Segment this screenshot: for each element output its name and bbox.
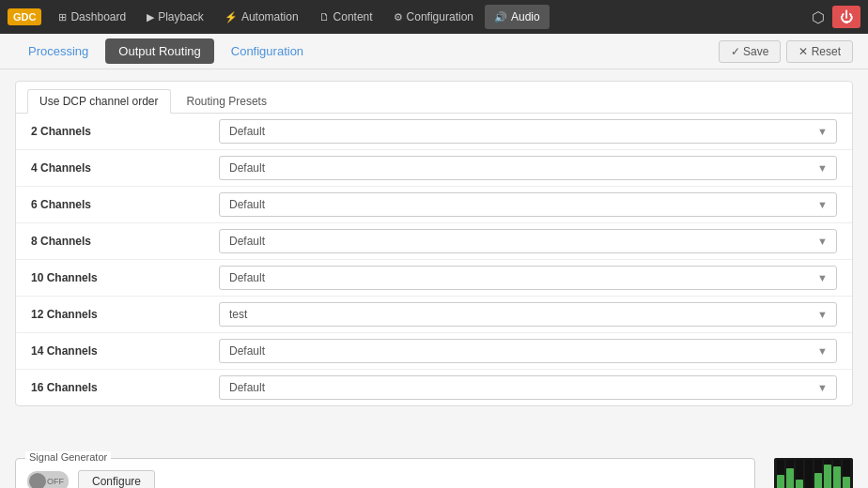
reset-button[interactable]: ✕ Reset [786,40,853,63]
vu-bar-green [814,473,822,488]
save-button[interactable]: ✓ Save [719,40,782,63]
routing-panel: Use DCP channel order Routing Presets 2 … [15,81,853,406]
signal-generator-box: Signal Generator OFF Configure [15,458,755,488]
vu-bar-dark [833,460,841,466]
vu-bar-dark [796,460,803,480]
channel-select-wrap-ch12: DefaulttestCustom 1Custom 2▼ [219,302,837,327]
vu-bar-wrap [796,460,803,488]
content-icon: 🗋 [319,11,330,23]
nav-item-automation[interactable]: ⚡ Automation [215,5,308,29]
nav-label-content: Content [333,10,373,23]
audio-icon: 🔊 [494,11,507,23]
channel-label-ch8: 8 Channels [31,235,219,248]
channel-row: 6 ChannelsDefaulttestCustom 1Custom 2▼ [16,187,852,223]
vu-bar-dark [777,460,784,475]
vu-bar-wrap [833,460,841,488]
vu-bar-dark [843,460,850,477]
nav-label-dashboard: Dashboard [70,10,126,23]
top-navigation: GDC ⊞ Dashboard ▶ Playback ⚡ Automation … [0,0,868,34]
channel-label-ch2: 2 Channels [31,125,219,138]
nav-item-audio[interactable]: 🔊 Audio [485,5,550,29]
signal-generator-title: Signal Generator [25,451,111,463]
vu-bar-green [833,466,841,488]
channel-label-ch14: 14 Channels [31,344,219,358]
vu-meter [774,458,853,488]
sub-navigation: Processing Output Routing Configuration … [0,34,868,69]
channel-select-wrap-ch8: DefaulttestCustom 1Custom 2▼ [219,229,837,253]
bottom-section: Signal Generator OFF Configure Enable Pr… [0,450,868,488]
vu-bar-wrap [814,460,822,488]
channel-row: 2 ChannelsDefaulttestCustom 1Custom 2▼ [16,114,852,150]
channel-select-ch8[interactable]: DefaulttestCustom 1Custom 2 [219,229,837,253]
subnav-output-routing[interactable]: Output Routing [105,38,213,64]
gdc-logo: GDC [8,8,41,25]
channel-select-wrap-ch4: DefaulttestCustom 1Custom 2▼ [219,156,837,180]
channel-label-ch10: 10 Channels [31,271,219,284]
channel-row: 10 ChannelsDefaulttestCustom 1Custom 2▼ [16,260,852,297]
toggle-knob [29,473,46,488]
channel-select-wrap-ch2: DefaulttestCustom 1Custom 2▼ [219,119,837,144]
nav-label-automation: Automation [241,10,299,23]
vu-bar-wrap [805,460,813,488]
channel-label-ch4: 4 Channels [31,161,219,175]
vu-bar-green [777,475,784,488]
vu-bar-dark [786,460,794,468]
channel-rows: 2 ChannelsDefaulttestCustom 1Custom 2▼4 … [16,114,852,405]
channel-select-ch12[interactable]: DefaulttestCustom 1Custom 2 [219,302,837,327]
channel-select-wrap-ch10: DefaulttestCustom 1Custom 2▼ [219,266,837,290]
vu-bar-wrap [843,460,850,488]
nav-item-dashboard[interactable]: ⊞ Dashboard [49,5,135,29]
nav-item-content[interactable]: 🗋 Content [310,5,382,29]
subnav-configuration[interactable]: Configuration [218,38,317,64]
channel-row: 16 ChannelsDefaulttestCustom 1Custom 2▼ [16,370,852,405]
nav-item-playback[interactable]: ▶ Playback [137,5,213,29]
channel-label-ch6: 6 Channels [31,198,219,211]
vu-bar-green [796,480,803,488]
nav-label-audio: Audio [511,10,540,23]
channel-label-ch12: 12 Channels [31,308,219,321]
nav-label-configuration: Configuration [407,10,473,23]
channel-select-ch4[interactable]: DefaulttestCustom 1Custom 2 [219,156,837,180]
dashboard-icon: ⊞ [58,11,67,23]
nav-label-playback: Playback [158,10,204,23]
toggle-label: OFF [47,477,64,486]
vu-meter-container: LRCLFELssRsRm [774,458,853,488]
playback-icon: ▶ [147,11,154,23]
vu-bar-wrap [777,460,784,488]
vu-bar-dark [805,460,813,488]
channel-select-wrap-ch6: DefaulttestCustom 1Custom 2▼ [219,192,837,217]
channel-select-wrap-ch16: DefaulttestCustom 1Custom 2▼ [219,375,837,400]
signal-generator-toggle[interactable]: OFF [27,471,69,488]
configure-button[interactable]: Configure [78,470,155,488]
power-button[interactable]: ⏻ [832,6,860,28]
tab-use-dcp[interactable]: Use DCP channel order [27,89,171,114]
configuration-icon: ⚙ [394,11,403,23]
channel-row: 8 ChannelsDefaulttestCustom 1Custom 2▼ [16,223,852,260]
vu-bar-green [786,468,794,488]
channel-row: 4 ChannelsDefaulttestCustom 1Custom 2▼ [16,150,852,187]
channel-row: 12 ChannelsDefaulttestCustom 1Custom 2▼ [16,297,852,333]
channel-select-ch10[interactable]: DefaulttestCustom 1Custom 2 [219,266,837,290]
channel-select-ch16[interactable]: DefaulttestCustom 1Custom 2 [219,375,837,400]
nav-item-configuration[interactable]: ⚙ Configuration [384,5,483,29]
panel-tabs: Use DCP channel order Routing Presets [16,82,852,114]
channel-select-ch14[interactable]: DefaulttestCustom 1Custom 2 [219,339,837,363]
main-content: Use DCP channel order Routing Presets 2 … [0,69,868,450]
subnav-processing[interactable]: Processing [15,38,101,64]
channel-row: 14 ChannelsDefaulttestCustom 1Custom 2▼ [16,333,852,370]
channel-select-ch2[interactable]: DefaulttestCustom 1Custom 2 [219,119,837,144]
channel-label-ch16: 16 Channels [31,381,219,394]
vu-bar-wrap [786,460,794,488]
vu-bar-green [824,465,831,488]
vu-bar-dark [814,460,822,473]
automation-icon: ⚡ [225,11,238,23]
channel-select-wrap-ch14: DefaulttestCustom 1Custom 2▼ [219,339,837,363]
tab-routing-presets[interactable]: Routing Presets [175,89,279,113]
vu-bar-green [843,477,850,488]
share-button[interactable]: ⬡ [812,8,825,26]
channel-select-ch6[interactable]: DefaulttestCustom 1Custom 2 [219,192,837,217]
vu-bar-wrap [824,460,831,488]
